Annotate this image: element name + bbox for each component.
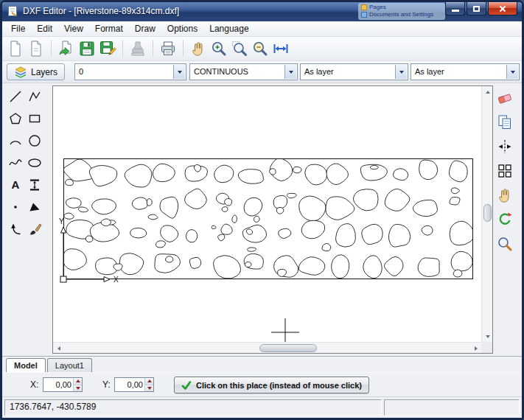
lineweight-select[interactable]: As layer (411, 63, 520, 80)
arc-tool-button[interactable] (7, 132, 24, 150)
maximize-button[interactable] (467, 2, 486, 15)
standard-toolbar (2, 37, 522, 61)
zoom-in-button[interactable] (209, 38, 229, 59)
pan-tool-button[interactable] (495, 185, 515, 206)
text-height-tool-button[interactable] (26, 176, 43, 194)
layers-button[interactable]: Layers (7, 63, 65, 80)
vertical-scroll-thumb[interactable] (483, 204, 492, 222)
folder-icon (361, 4, 367, 10)
eraser-tool-button[interactable] (495, 88, 515, 108)
chevron-down-icon (511, 71, 515, 74)
ellipse-tool-button[interactable] (26, 154, 43, 172)
zoom-extents-button[interactable] (270, 38, 291, 59)
color-select[interactable]: As layer (300, 63, 408, 80)
line-tool-button[interactable] (7, 88, 24, 105)
open-file-button[interactable] (56, 38, 77, 59)
menu-options[interactable]: Options (161, 21, 203, 36)
new-from-template-button[interactable] (26, 38, 46, 59)
blocks-tool-button[interactable] (495, 161, 515, 181)
zoom-tool-button[interactable] (495, 234, 515, 254)
spline-icon (8, 155, 23, 170)
drawing-canvas[interactable]: Y X (52, 85, 493, 354)
spin-up-icon (147, 379, 152, 382)
minimize-button[interactable] (445, 2, 465, 15)
point-tool-button[interactable] (7, 198, 24, 216)
print-button[interactable] (158, 38, 178, 59)
new-file-button[interactable] (5, 38, 26, 59)
spin-down-icon (76, 387, 80, 390)
y-spin-down-button[interactable] (145, 385, 153, 392)
color-value: As layer (301, 64, 395, 80)
break-icon (496, 138, 514, 155)
pan-button[interactable] (188, 38, 209, 59)
title-bar[interactable]: DXF Editor - [Riverstone-89x314cm.dxf] P… (2, 2, 522, 21)
x-spin-down-button[interactable] (74, 385, 82, 392)
pan-hand-icon (189, 40, 207, 57)
brush-tool-button[interactable] (26, 220, 43, 238)
y-coordinate-input[interactable] (115, 378, 144, 391)
open-file-icon (57, 40, 75, 57)
layer-dropdown-button[interactable] (173, 65, 185, 79)
tab-model[interactable]: Model (6, 358, 46, 372)
linetype-select[interactable]: CONTINUOUS (189, 63, 298, 80)
zoom-window-button[interactable] (229, 38, 250, 59)
solid-fill-tool-button[interactable] (26, 198, 43, 216)
linetype-dropdown-button[interactable] (284, 65, 296, 79)
text-tool-button[interactable]: A (7, 176, 24, 194)
y-spin-up-button[interactable] (145, 378, 153, 385)
horizontal-scroll-thumb[interactable] (259, 344, 317, 352)
menu-edit[interactable]: Edit (31, 21, 58, 36)
break-tool-button[interactable] (495, 136, 515, 157)
save-as-button[interactable] (97, 38, 118, 59)
properties-toolbar: Layers 0 CONTINUOUS As layer As layer (2, 61, 522, 83)
copy-tool-button[interactable] (495, 112, 515, 133)
menu-draw[interactable]: Draw (129, 21, 161, 36)
layers-icon (14, 66, 27, 79)
zoom-out-button[interactable] (250, 38, 270, 59)
layer-value: 0 (75, 64, 173, 80)
dxf-editor-window: DXF Editor - [Riverstone-89x314cm.dxf] P… (0, 0, 524, 420)
close-button[interactable] (488, 2, 517, 15)
eraser-icon (496, 89, 514, 107)
ucs-y-label: Y (59, 217, 64, 225)
menu-file[interactable]: File (5, 21, 31, 36)
rectangle-icon (27, 111, 42, 126)
polygon-tool-button[interactable] (7, 110, 24, 127)
leader-arrow-icon (8, 222, 23, 237)
x-coordinate-input[interactable] (43, 378, 73, 391)
circle-tool-button[interactable] (26, 132, 43, 150)
click-on-place-button[interactable]: Click on this place (instead of mouse cl… (174, 377, 369, 393)
leader-tool-button[interactable] (7, 220, 24, 238)
polyline-tool-button[interactable] (26, 88, 43, 105)
layer-select[interactable]: 0 (74, 63, 186, 80)
scroll-left-button[interactable] (53, 343, 64, 354)
click-on-place-label: Click on this place (instead of mouse cl… (196, 381, 362, 390)
menu-language[interactable]: Language (203, 21, 254, 36)
text-height-icon (27, 178, 42, 192)
save-button[interactable] (77, 38, 97, 59)
arrow-right-icon (475, 346, 478, 351)
tab-layout1[interactable]: Layout1 (47, 358, 92, 372)
lineweight-dropdown-button[interactable] (506, 65, 518, 79)
rectangle-tool-button[interactable] (26, 110, 43, 127)
spline-tool-button[interactable] (7, 154, 24, 172)
zoom-extents-icon (272, 40, 290, 57)
rotate-tool-button[interactable] (495, 209, 515, 230)
background-window-peek[interactable]: Pages Documents and Settings (358, 3, 445, 20)
status-coordinates: 1736.7647, -430.5789 (4, 399, 382, 416)
polygon-icon (8, 111, 23, 126)
blocks-icon (496, 162, 514, 180)
scroll-right-button[interactable] (470, 343, 481, 354)
menu-format[interactable]: Format (89, 21, 129, 36)
text-icon: A (8, 178, 23, 192)
color-dropdown-button[interactable] (395, 65, 407, 79)
menu-view[interactable]: View (58, 21, 89, 36)
new-from-template-icon (27, 40, 45, 57)
scroll-up-button[interactable] (482, 86, 493, 97)
horizontal-scrollbar[interactable] (53, 342, 481, 353)
stamp-button[interactable] (127, 38, 148, 59)
scrollbar-corner (481, 342, 492, 353)
scroll-down-button[interactable] (482, 331, 493, 342)
x-spin-up-button[interactable] (74, 378, 82, 385)
vertical-scrollbar[interactable] (481, 86, 492, 342)
